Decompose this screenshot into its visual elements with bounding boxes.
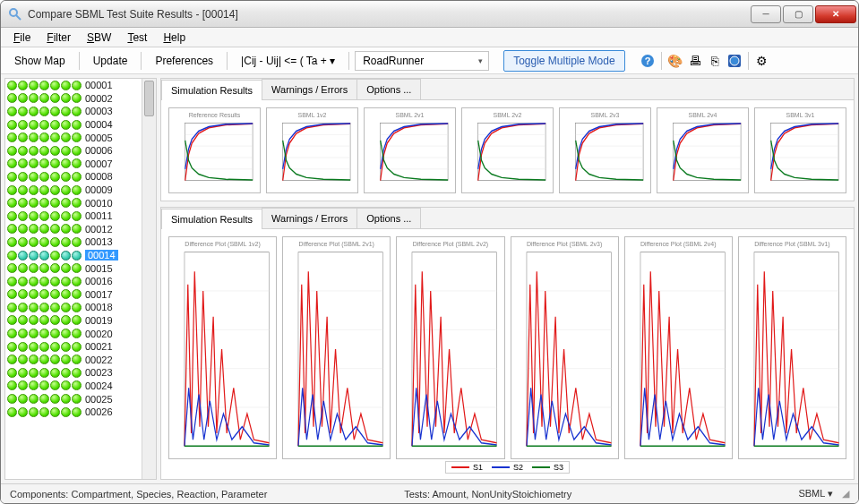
status-dot bbox=[7, 263, 17, 273]
plot[interactable]: Difference Plot (SBML 1v2) bbox=[168, 236, 277, 459]
status-dot bbox=[72, 211, 82, 221]
status-dot bbox=[29, 394, 39, 404]
maximize-button[interactable]: ▢ bbox=[783, 5, 813, 23]
status-dot bbox=[61, 315, 71, 325]
test-row-00002[interactable]: 00002 bbox=[5, 92, 142, 106]
test-row-00026[interactable]: 00026 bbox=[5, 406, 142, 419]
formula-dropdown[interactable]: |Cij - Uij| <= ( Ta + ▾ bbox=[233, 51, 343, 71]
test-row-00011[interactable]: 00011 bbox=[5, 209, 142, 223]
status-dot bbox=[18, 355, 28, 364]
status-dot bbox=[7, 93, 17, 103]
bottom-tab-2[interactable]: Options ... bbox=[356, 208, 421, 228]
status-dot bbox=[72, 368, 82, 378]
test-row-00012[interactable]: 00012 bbox=[5, 223, 142, 236]
status-dot bbox=[50, 172, 60, 182]
chevron-down-icon[interactable]: ▾ bbox=[828, 488, 833, 499]
test-row-00007[interactable]: 00007 bbox=[5, 158, 142, 171]
plot[interactable]: SBML 2v4 bbox=[657, 107, 749, 193]
test-row-00023[interactable]: 00023 bbox=[5, 366, 142, 380]
bottom-tab-1[interactable]: Warnings / Errors bbox=[262, 208, 357, 228]
preferences-button[interactable]: Preferences bbox=[147, 51, 221, 71]
plot[interactable]: Difference Plot (SBML 3v1) bbox=[738, 236, 846, 459]
minimize-button[interactable]: ─ bbox=[751, 5, 781, 23]
menu-sbw[interactable]: SBW bbox=[80, 30, 118, 46]
printer-icon[interactable]: 🖶 bbox=[687, 53, 703, 69]
status-right: SBML ▾ bbox=[798, 488, 837, 500]
plot[interactable]: SBML 1v2 bbox=[266, 107, 358, 193]
test-row-00001[interactable]: 00001 bbox=[5, 79, 142, 92]
status-dot bbox=[18, 185, 28, 195]
chevron-down-icon: ▾ bbox=[330, 55, 335, 67]
plot[interactable]: Difference Plot (SBML 2v4) bbox=[624, 236, 733, 459]
plot[interactable]: SBML 2v1 bbox=[364, 107, 456, 193]
status-dot bbox=[29, 224, 39, 234]
plot[interactable]: SBML 3v1 bbox=[754, 107, 846, 193]
test-row-00015[interactable]: 00015 bbox=[5, 261, 142, 275]
globe-icon[interactable] bbox=[726, 53, 743, 69]
menu-help[interactable]: Help bbox=[156, 30, 193, 46]
plot[interactable]: Reference Results bbox=[168, 107, 261, 193]
update-button[interactable]: Update bbox=[85, 51, 136, 71]
palette-icon[interactable]: 🎨 bbox=[667, 53, 683, 69]
toggle-multiple-mode-button[interactable]: Toggle Multiple Mode bbox=[503, 50, 624, 72]
plot[interactable]: Difference Plot (SBML 2v3) bbox=[511, 236, 619, 459]
test-row-00013[interactable]: 00013 bbox=[5, 235, 142, 249]
test-row-00004[interactable]: 00004 bbox=[5, 118, 142, 132]
top-tab-1[interactable]: Warnings / Errors bbox=[262, 79, 357, 99]
test-row-00006[interactable]: 00006 bbox=[5, 144, 142, 158]
svg-rect-16 bbox=[381, 124, 448, 181]
menu-test[interactable]: Test bbox=[120, 30, 154, 46]
test-row-00017[interactable]: 00017 bbox=[5, 288, 142, 302]
status-dot bbox=[61, 237, 71, 247]
copy-icon[interactable]: ⎘ bbox=[707, 53, 723, 69]
plot[interactable]: SBML 2v2 bbox=[461, 107, 554, 193]
status-dot bbox=[72, 172, 82, 182]
test-id-label: 00016 bbox=[85, 276, 113, 286]
plot-title: Difference Plot (SBML 2v4) bbox=[629, 241, 728, 248]
status-dot bbox=[39, 185, 49, 195]
top-tab-0[interactable]: Simulation Results bbox=[161, 80, 262, 100]
show-map-button[interactable]: Show Map bbox=[6, 51, 73, 71]
menu-file[interactable]: File bbox=[6, 30, 38, 46]
test-row-00024[interactable]: 00024 bbox=[5, 380, 142, 393]
top-tab-2[interactable]: Options ... bbox=[356, 79, 421, 99]
status-dot bbox=[50, 315, 60, 325]
plot[interactable]: Difference Plot (SBML 2v2) bbox=[396, 236, 504, 459]
status-dot bbox=[29, 329, 39, 338]
help-icon[interactable]: ? bbox=[640, 53, 656, 69]
gear-icon[interactable]: ⚙ bbox=[754, 53, 770, 69]
test-row-00018[interactable]: 00018 bbox=[5, 301, 142, 314]
simulator-dropdown[interactable]: RoadRunner bbox=[355, 51, 489, 71]
test-row-00014[interactable]: 00014 bbox=[5, 249, 142, 262]
test-list[interactable]: 0000100002000030000400005000060000700008… bbox=[5, 79, 142, 479]
scrollbar-thumb[interactable] bbox=[144, 81, 154, 116]
test-row-00009[interactable]: 00009 bbox=[5, 184, 142, 197]
bottom-tab-0[interactable]: Simulation Results bbox=[161, 209, 262, 229]
plot[interactable]: SBML 2v3 bbox=[559, 107, 651, 193]
status-dot bbox=[18, 407, 28, 417]
scrollbar[interactable] bbox=[142, 79, 156, 479]
status-dot bbox=[29, 132, 39, 142]
test-row-00016[interactable]: 00016 bbox=[5, 275, 142, 288]
status-dot bbox=[7, 355, 17, 364]
test-row-00021[interactable]: 00021 bbox=[5, 340, 142, 354]
test-row-00019[interactable]: 00019 bbox=[5, 314, 142, 328]
status-dot bbox=[72, 93, 82, 103]
test-row-00025[interactable]: 00025 bbox=[5, 392, 142, 406]
test-row-00022[interactable]: 00022 bbox=[5, 353, 142, 366]
test-id-label: 00014 bbox=[85, 250, 118, 261]
plot[interactable]: Difference Plot (SBML 2v1) bbox=[282, 236, 391, 459]
test-row-00005[interactable]: 00005 bbox=[5, 131, 142, 144]
test-row-00008[interactable]: 00008 bbox=[5, 170, 142, 184]
menu-filter[interactable]: Filter bbox=[39, 30, 78, 46]
test-row-00003[interactable]: 00003 bbox=[5, 105, 142, 118]
test-row-00010[interactable]: 00010 bbox=[5, 196, 142, 209]
test-row-00020[interactable]: 00020 bbox=[5, 327, 142, 340]
status-dot bbox=[7, 407, 17, 417]
test-id-label: 00015 bbox=[85, 263, 113, 274]
test-id-label: 00020 bbox=[85, 329, 113, 339]
resize-grip[interactable]: ◢ bbox=[842, 488, 849, 500]
plot-title: Difference Plot (SBML 2v3) bbox=[515, 241, 614, 248]
status-dot bbox=[39, 93, 49, 103]
close-button[interactable]: ✕ bbox=[815, 5, 856, 23]
